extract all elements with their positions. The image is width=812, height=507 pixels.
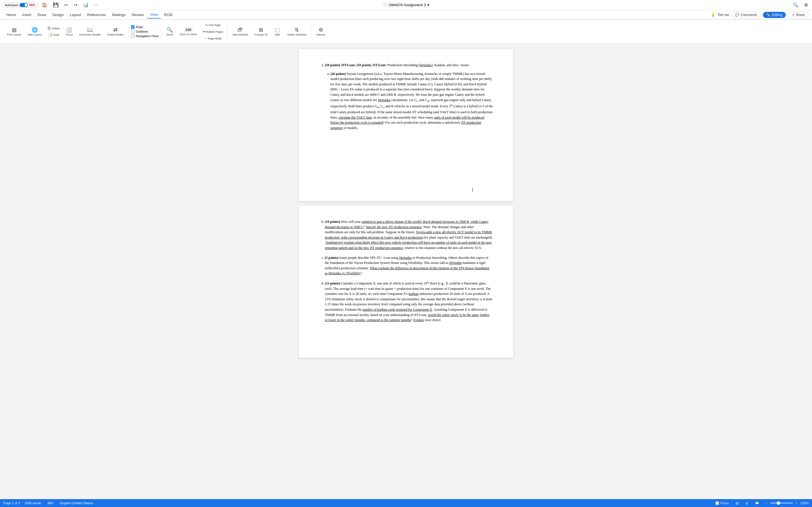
draft-btn[interactable]: 📝 Draft — [45, 32, 62, 38]
ribbon-show-group: Ruler Gridlines Navigation Pane — [129, 24, 161, 39]
outline-btn[interactable]: ☰ Outline — [45, 25, 62, 31]
immersive-reader-label: Immersive Reader — [79, 33, 101, 36]
menu-view[interactable]: View — [147, 11, 161, 18]
menu-references[interactable]: References — [84, 11, 109, 18]
print-layout-label: Print Layout — [7, 33, 21, 36]
one-page-label: One Page — [209, 23, 221, 26]
switch-modes-btn[interactable]: ⇄ Switch Modes — [105, 25, 126, 38]
comments-icon: 💬 — [735, 13, 739, 17]
zoom-minus-icon: − — [766, 501, 767, 505]
zoom-btn[interactable]: 🔍 Zoom — [163, 21, 176, 42]
tell-me-label[interactable]: Tell me — [718, 13, 729, 17]
one-page-btn[interactable]: ▭ One Page — [201, 22, 225, 28]
title-bar-right: 🔍 ⚙ — [432, 1, 810, 9]
autosave-toggle[interactable] — [19, 3, 28, 7]
page-info: Page 1 of 3 — [3, 501, 20, 505]
present-icon-btn[interactable]: 📊 — [81, 1, 90, 9]
switch-modes-label: Switch Modes — [107, 33, 124, 36]
takt-time-underline: calculate the TAKT time — [339, 115, 372, 119]
share-button[interactable]: ↗ Share — [788, 11, 809, 18]
pencil-icon: ✏️ — [766, 13, 770, 17]
switch-windows-label: Switch Windows — [287, 33, 306, 36]
ruler-label: Ruler — [136, 25, 143, 29]
multiple-pages-btn[interactable]: ▪▪ Multiple Pages — [201, 29, 225, 35]
web-layout-btn[interactable]: 🌐 Web Layout — [25, 25, 45, 38]
q2c: (5 points) Some people describe TPS JIT … — [325, 255, 493, 276]
gridlines-check[interactable] — [131, 30, 135, 33]
status-right: ⬜ Focus ▤ 🖨 📖 − + 125% — [714, 501, 809, 506]
menu-home[interactable]: Home — [3, 11, 19, 18]
page-width-icon: ↔ — [204, 36, 207, 40]
layout-view-btn[interactable]: ▤ — [734, 501, 740, 506]
focus-btn[interactable]: ⬜ Focus — [63, 25, 75, 38]
menu-review[interactable]: Review — [129, 11, 147, 18]
navigation-check[interactable] — [131, 34, 135, 38]
document-area: (50 points) JIT/Lean: (50 points) JIT/Le… — [0, 43, 812, 499]
menu-layout[interactable]: Layout — [67, 11, 84, 18]
redo-icon-btn[interactable]: ↪ — [72, 1, 79, 9]
kanban-d: kanban — [409, 292, 418, 296]
zoom-slider[interactable] — [770, 503, 793, 504]
more-icon-btn[interactable]: ··· — [93, 1, 100, 9]
print-layout-view-btn[interactable]: 🖨 — [744, 501, 750, 505]
menu-mailings[interactable]: Mailings — [109, 11, 129, 18]
editing-button[interactable]: ✏️ Editing — [763, 12, 786, 18]
settings-icon-btn[interactable]: ⚙ — [802, 1, 810, 9]
ribbon-macros-group: ⚙ Macros — [312, 26, 330, 38]
page-2-content[interactable]: (10 points) How will your solution to pa… — [319, 219, 493, 323]
navigation-label: Navigation Pane — [136, 34, 159, 38]
doc-dropdown-icon[interactable]: ▾ — [427, 3, 429, 7]
save-icon-btn[interactable]: 💾 — [51, 1, 60, 9]
multiple-pages-icon: ▪▪ — [203, 30, 205, 34]
gridlines-checkbox[interactable]: Gridlines — [131, 30, 159, 33]
page-1-content[interactable]: (50 points) JIT/Lean: (50 points) JIT/Le… — [319, 62, 493, 131]
q2a: (20 points) Toyota Georgetown (a.k.a. To… — [331, 71, 493, 131]
proofread-btn[interactable]: ABC — [46, 501, 56, 505]
question-2: (50 points) JIT/Lean: (50 points) JIT/Le… — [325, 62, 493, 131]
menu-draw[interactable]: Draw — [35, 11, 49, 18]
main-area: (50 points) JIT/Lean: (50 points) JIT/Le… — [0, 43, 812, 499]
page2-subsections: (10 points) How will your solution to pa… — [319, 219, 493, 323]
q2b-ul2: Specify the new JIT production sequence — [366, 225, 422, 229]
ribbon-views-group: ▤ Print Layout 🌐 Web Layout ☰ Outline 📝 … — [2, 25, 129, 38]
arrange-all-btn[interactable]: ⊞ Arrange All — [252, 26, 270, 38]
zoom-minus-btn[interactable]: − — [764, 501, 769, 505]
menu-insert[interactable]: Insert — [19, 11, 35, 18]
undo-icon-btn[interactable]: ↩ — [63, 1, 70, 9]
new-window-btn[interactable]: 🗗 New Window — [230, 26, 250, 38]
ruler-checkbox[interactable]: Ruler — [131, 25, 159, 29]
autosave-button[interactable]: AutoSave OFF — [2, 2, 38, 8]
macros-label: Macros — [317, 33, 325, 36]
zoom100-label: Zoom to 100% — [180, 33, 197, 36]
zoom100-btn[interactable]: 100 Zoom to 100% — [177, 21, 200, 42]
immersive-reader-btn[interactable]: 📖 Immersive Reader — [77, 25, 103, 38]
doc-title: OM4076 Assignment 3 — [389, 3, 426, 7]
page-width-btn[interactable]: ↔ Page Width — [201, 35, 225, 41]
split-btn[interactable]: ⬚ Split — [271, 26, 283, 38]
search-icon-btn[interactable]: 🔍 — [791, 1, 800, 9]
split-icon: ⬚ — [275, 27, 280, 33]
autosave-state: OFF — [29, 3, 35, 7]
read-mode-btn[interactable]: 📖 — [753, 501, 761, 506]
switch-modes-icon: ⇄ — [113, 27, 117, 33]
home-icon-btn[interactable]: 🏠 — [40, 1, 49, 9]
q2c-points: (5 points) — [325, 256, 338, 260]
focus-label: Focus — [65, 33, 73, 36]
draft-label: Draft — [53, 33, 59, 36]
focus-btn[interactable]: ⬜ Focus — [714, 501, 730, 506]
web-layout-icon: 🌐 — [32, 27, 38, 33]
menu-design[interactable]: Design — [50, 11, 66, 18]
print-layout-btn[interactable]: ▤ Print Layout — [4, 25, 24, 38]
navigation-checkbox[interactable]: Navigation Pane — [131, 34, 159, 38]
q2-label: (50 points) JIT/Lean: (50 points) JIT/Le… — [325, 63, 387, 67]
ruler-check[interactable] — [131, 25, 135, 29]
q2c-ul1: What explains the difference in descript… — [325, 266, 490, 276]
title-bar-center: 📄 OM4076 Assignment 3 ▾ — [383, 3, 430, 7]
menu-rcm[interactable]: RCM — [161, 11, 175, 18]
macros-btn[interactable]: ⚙ Macros — [314, 26, 328, 38]
switch-windows-btn[interactable]: ⇅ Switch Windows — [285, 26, 309, 38]
share-label: Share — [796, 13, 805, 17]
zoom100-icon: 100 — [185, 27, 192, 32]
zoom-plus-btn[interactable]: + — [794, 501, 799, 505]
comments-button[interactable]: 💬 Comments — [731, 11, 761, 18]
